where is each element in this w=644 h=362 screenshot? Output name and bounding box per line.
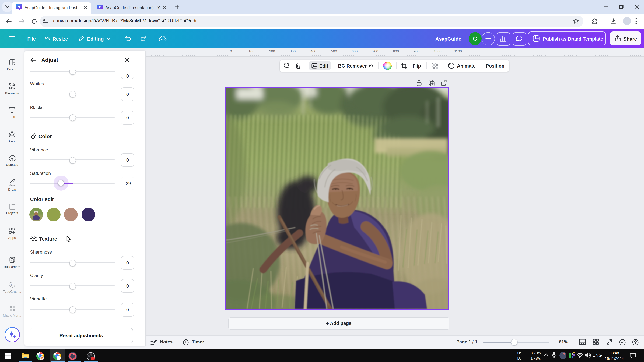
- svg-text:G: G: [11, 283, 13, 287]
- svg-text:co: co: [11, 134, 12, 136]
